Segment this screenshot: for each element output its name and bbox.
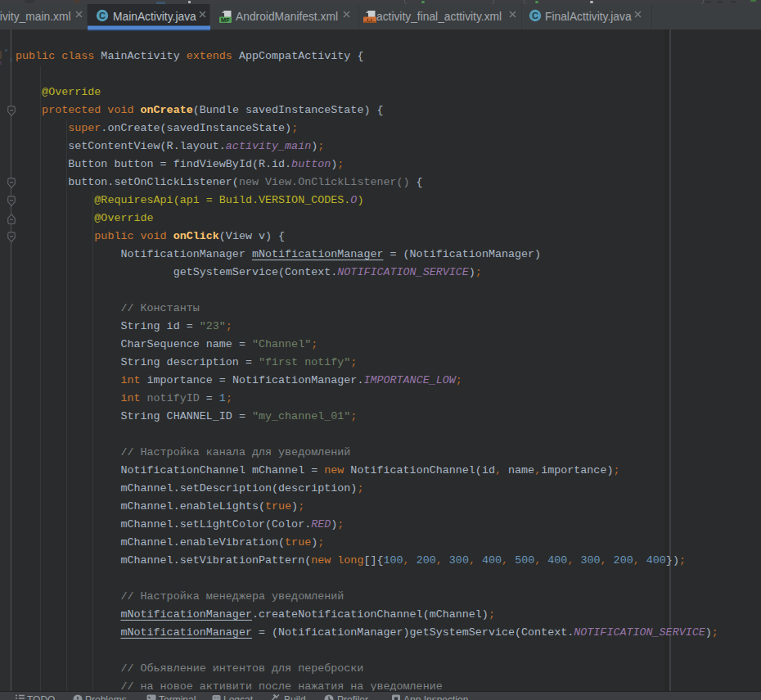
svg-text:C: C: [99, 11, 106, 20]
svg-text:C: C: [532, 11, 538, 20]
svg-text:MF: MF: [221, 16, 230, 24]
svg-text:‹.›: ‹.›: [367, 16, 373, 24]
